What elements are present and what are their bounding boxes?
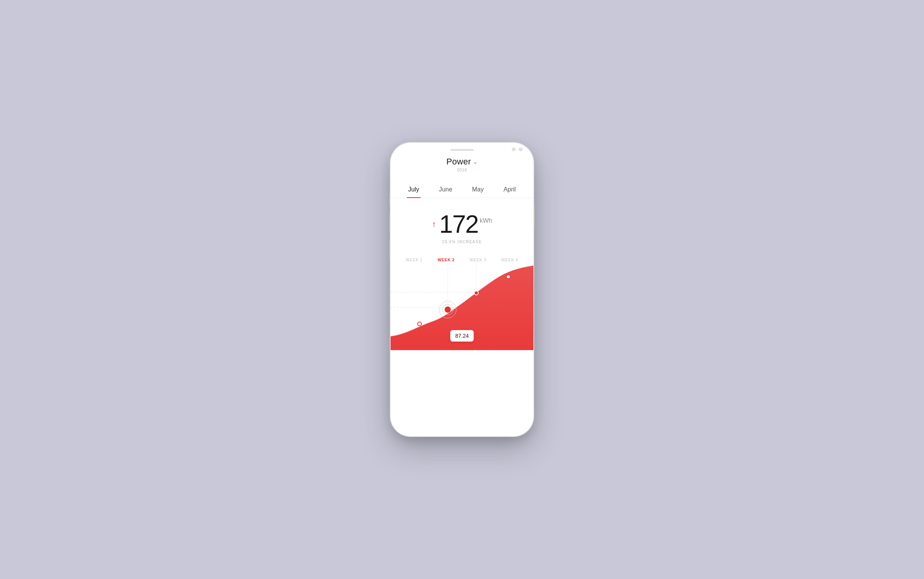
- tooltip-value: 87.24: [455, 333, 469, 339]
- week-selector: WEEK 1 WEEK 2 WEEK 3 WEEK 4: [391, 252, 533, 265]
- svg-point-4: [418, 322, 421, 326]
- trend-arrow-icon: ↑: [432, 219, 436, 229]
- stats-subtitle: 20.6% INCREASE: [398, 240, 526, 244]
- title-row[interactable]: Power ⌄: [391, 157, 533, 167]
- power-button: [533, 205, 535, 228]
- year-label: 2016: [391, 168, 533, 172]
- chart-area: 87.24: [391, 265, 533, 350]
- chart-tooltip: 87.24: [450, 330, 474, 342]
- app-title: Power: [447, 157, 471, 167]
- week-1-tab[interactable]: WEEK 1: [406, 258, 423, 262]
- stats-value: 172: [439, 212, 478, 237]
- tab-april[interactable]: April: [502, 183, 517, 198]
- svg-point-8: [474, 291, 478, 295]
- camera-area: [512, 147, 523, 151]
- stats-section: ↑ 172 kWh 20.6% INCREASE: [391, 198, 533, 252]
- phone-screen: Power ⌄ 2016 July June May April: [391, 143, 533, 436]
- stats-unit: kWh: [480, 217, 492, 224]
- tab-june[interactable]: June: [437, 183, 454, 198]
- camera-dot-2: [519, 147, 523, 151]
- week-2-tab[interactable]: WEEK 2: [438, 258, 455, 262]
- svg-point-7: [445, 307, 450, 312]
- speaker-bar: [450, 149, 474, 151]
- month-tab-bar: July June May April: [391, 175, 533, 198]
- phone-body: Power ⌄ 2016 July June May April: [391, 143, 533, 436]
- tab-may[interactable]: May: [470, 183, 485, 198]
- stats-main-row: ↑ 172 kWh: [398, 212, 526, 237]
- svg-point-9: [506, 275, 510, 279]
- tab-july[interactable]: July: [407, 183, 421, 198]
- week-4-tab[interactable]: WEEK 4: [501, 258, 518, 262]
- phone-mockup: Power ⌄ 2016 July June May April: [391, 143, 533, 436]
- week-3-tab[interactable]: WEEK 3: [470, 258, 487, 262]
- dropdown-icon: ⌄: [473, 159, 477, 165]
- camera-dot-1: [512, 147, 516, 151]
